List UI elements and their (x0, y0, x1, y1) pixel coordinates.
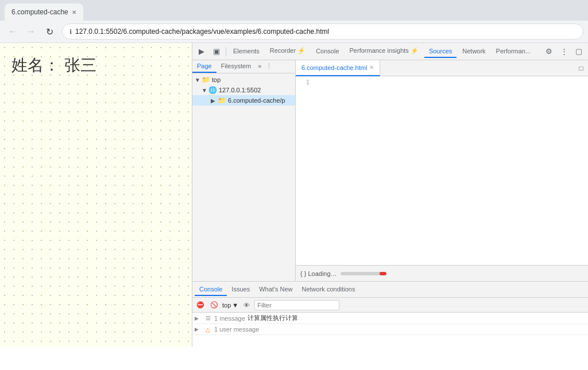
eye-button[interactable]: 👁 (241, 299, 252, 311)
devtools-settings-button[interactable]: ⚙ (542, 45, 556, 59)
top-selector[interactable]: top ▼ (222, 302, 238, 309)
console-messages: ▶ ☰ 1 message 计算属性执行计算 ▶ △ 1 user messag… (192, 313, 588, 347)
console-tab-issues[interactable]: Issues (227, 283, 254, 296)
devtools-toolbar: ▶ ▣ Elements Recorder ⚡ Console Performa… (192, 43, 588, 60)
tree-arrow-host: ▼ (202, 87, 208, 94)
tab-console[interactable]: Console (311, 45, 343, 58)
inspect-element-button[interactable]: ▶ (195, 45, 208, 59)
editor-tab-label: 6.computed-cache.html (301, 64, 367, 71)
device-toolbar-button[interactable]: ▣ (210, 45, 223, 59)
console-tab-whatsnew[interactable]: What's New (254, 283, 297, 296)
loading-progress (341, 272, 386, 275)
tab-elements[interactable]: Elements (229, 45, 264, 58)
top-selector-label: top (222, 302, 231, 309)
msg-count-2: 1 user message (214, 326, 259, 333)
file-tree-tab-page[interactable]: Page (192, 60, 216, 73)
nav-buttons: ← → ↻ (5, 24, 57, 40)
tab-sources[interactable]: Sources (424, 45, 457, 58)
forward-button[interactable]: → (23, 24, 39, 40)
tab-performance-insights[interactable]: Performance insights ⚡ (345, 45, 423, 58)
browser-tab[interactable]: 6.computed-cache ✕ (5, 3, 83, 21)
loading-bar: { } Loading… (296, 265, 588, 281)
tree-item-top[interactable]: ▼ 📁 top (192, 75, 295, 85)
file-tree-tab-filesystem[interactable]: Filesystem (216, 60, 256, 73)
msg-icon-list: ☰ (204, 314, 212, 322)
editor-tab-close[interactable]: ✕ (369, 64, 374, 71)
line-numbers: 1 (296, 79, 313, 263)
msg-icon-warning: △ (204, 325, 212, 333)
url-box[interactable]: ℹ 127.0.0.1:5502/6.computed-cache/packag… (62, 24, 583, 40)
folder-icon-cache: 📁 (218, 96, 227, 104)
msg-count-1: 1 message (214, 315, 245, 322)
folder-icon-top: 📁 (202, 76, 211, 84)
editor-content: 1 (296, 76, 588, 265)
tree-item-host[interactable]: ▼ 🌐 127.0.0.1:5502 (192, 85, 295, 95)
msg-arrow-2: ▶ (195, 326, 202, 332)
tree-label-folder: 6.computed-cache/p (228, 97, 285, 104)
line-number-1: 1 (299, 79, 310, 86)
main-area: 姓名： 张三 ▶ ▣ Elements Recorder ⚡ Console P… (0, 43, 588, 347)
browser-chrome: 6.computed-cache ✕ ← → ↻ ℹ 127.0.0.1:550… (0, 0, 588, 43)
clear-console-button[interactable]: ⛔ (195, 299, 206, 311)
tab-network[interactable]: Network (458, 45, 490, 58)
tab-bar: 6.computed-cache ✕ (0, 0, 588, 21)
tab-performance[interactable]: Performan... (492, 45, 536, 58)
console-msg-1[interactable]: ▶ ☰ 1 message 计算属性执行计算 (192, 313, 588, 324)
code-content[interactable] (313, 79, 588, 263)
loading-text: { } Loading… (300, 270, 337, 277)
devtools-panel: ▶ ▣ Elements Recorder ⚡ Console Performa… (192, 43, 588, 347)
console-area: Console Issues What's New Network condit… (192, 281, 588, 347)
msg-text-1: 计算属性执行计算 (247, 314, 298, 322)
tree-label-top: top (212, 76, 220, 83)
code-editor: 6.computed-cache.html ✕ □ 1 { } Loading… (296, 60, 588, 281)
console-tabs: Console Issues What's New Network condit… (192, 282, 588, 298)
file-tree: Page Filesystem » ⋮ ▼ 📁 top ▼ 🌐 (192, 60, 296, 281)
globe-icon-host: 🌐 (208, 86, 218, 94)
console-tab-networkconditions[interactable]: Network conditions (297, 283, 360, 296)
toolbar-separator (226, 47, 226, 56)
address-bar: ← → ↻ ℹ 127.0.0.1:5502/6.computed-cache/… (0, 21, 588, 42)
tree-arrow-folder: ▶ (211, 98, 218, 104)
url-text: 127.0.0.1:5502/6.computed-cache/packages… (75, 28, 576, 36)
tree-arrow-top: ▼ (195, 77, 202, 83)
file-tree-options[interactable]: ⋮ (264, 60, 274, 73)
sources-panel: Page Filesystem » ⋮ ▼ 📁 top ▼ 🌐 (192, 60, 588, 281)
file-tree-content: ▼ 📁 top ▼ 🌐 127.0.0.1:5502 ▶ 📁 6.co (192, 73, 295, 281)
msg-arrow-1: ▶ (195, 316, 202, 321)
editor-tab-file[interactable]: 6.computed-cache.html ✕ (296, 60, 380, 76)
file-tree-tab-more[interactable]: » (256, 60, 264, 73)
file-tree-tabs: Page Filesystem » ⋮ (192, 60, 295, 73)
console-filter-input[interactable] (254, 300, 339, 310)
page-content: 姓名： 张三 (0, 43, 192, 347)
close-tab-icon[interactable]: ✕ (72, 9, 76, 15)
filter-console-button[interactable]: 🚫 (208, 299, 220, 311)
devtools-close-button[interactable]: ▢ (572, 45, 586, 59)
editor-tabs: 6.computed-cache.html ✕ □ (296, 60, 588, 76)
editor-split-button[interactable]: □ (574, 61, 588, 75)
page-title: 姓名： 张三 (11, 54, 180, 76)
devtools-more-button[interactable]: ⋮ (557, 45, 571, 59)
tab-recorder[interactable]: Recorder ⚡ (265, 45, 310, 58)
console-msg-2[interactable]: ▶ △ 1 user message (192, 324, 588, 335)
reload-button[interactable]: ↻ (41, 24, 57, 40)
console-tab-console[interactable]: Console (195, 283, 227, 296)
tab-title: 6.computed-cache (11, 8, 68, 16)
back-button[interactable]: ← (5, 24, 21, 40)
loading-progress-fill (380, 272, 386, 275)
top-selector-arrow: ▼ (232, 302, 238, 309)
lock-icon: ℹ (69, 28, 72, 36)
tree-label-host: 127.0.0.1:5502 (219, 87, 261, 94)
console-toolbar: ⛔ 🚫 top ▼ 👁 (192, 298, 588, 313)
tree-item-folder[interactable]: ▶ 📁 6.computed-cache/p (192, 95, 295, 106)
